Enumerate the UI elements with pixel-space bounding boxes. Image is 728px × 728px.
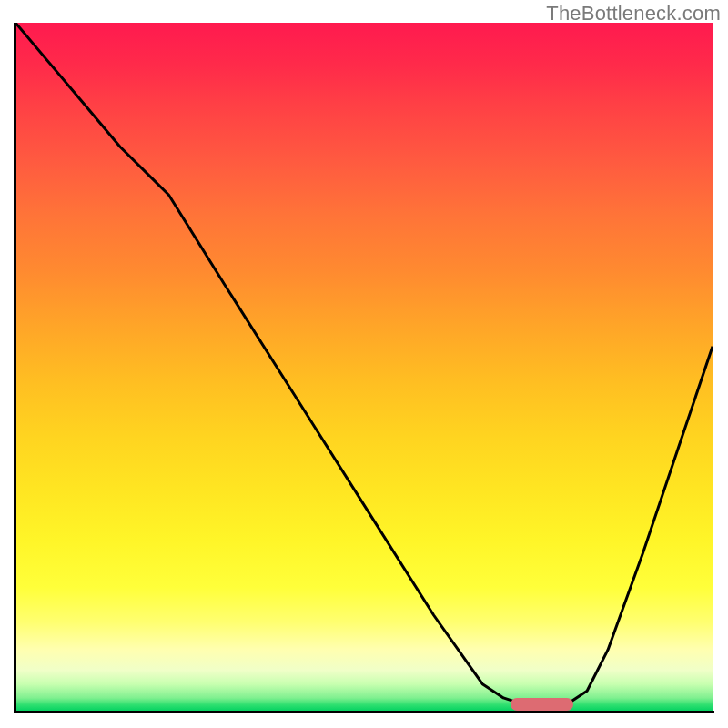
bottleneck-chart: TheBottleneck.com <box>0 0 728 728</box>
x-axis <box>14 711 714 713</box>
optimal-range-marker <box>511 698 573 711</box>
plot-area <box>15 23 713 712</box>
y-axis <box>14 23 16 713</box>
bottleneck-curve-path <box>15 23 713 704</box>
curve-svg <box>15 23 713 712</box>
